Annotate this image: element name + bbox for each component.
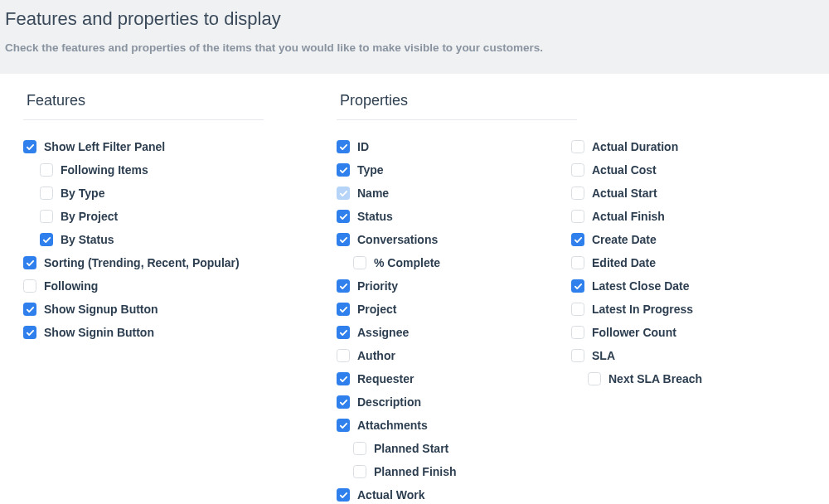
- checkbox-label[interactable]: Latest Close Date: [592, 279, 689, 293]
- checkbox-label[interactable]: Following: [44, 279, 98, 293]
- checkbox-follower-count[interactable]: [571, 326, 584, 339]
- checkbox-label[interactable]: Show Signin Button: [44, 326, 154, 339]
- checkbox-actual-duration[interactable]: [571, 140, 584, 153]
- checkbox-label[interactable]: Project: [357, 303, 396, 316]
- checkbox-label[interactable]: Next SLA Breach: [608, 372, 702, 385]
- properties-list-col1: IDTypeNameStatusConversations% CompleteP…: [337, 140, 571, 504]
- checkbox-next-sla-breach[interactable]: [588, 372, 601, 385]
- checkbox-following-items[interactable]: [40, 163, 53, 177]
- checkbox-attachments[interactable]: [337, 419, 350, 432]
- checkbox-status[interactable]: [337, 210, 350, 223]
- checkbox-row-by-type: By Type: [40, 187, 330, 200]
- checkbox-label[interactable]: Status: [357, 210, 393, 223]
- checkbox-show-left-filter-panel[interactable]: [23, 140, 36, 153]
- checkbox-row-id: ID: [337, 140, 571, 153]
- checkbox-row-planned-start: Planned Start: [353, 442, 571, 455]
- checkbox-planned-start[interactable]: [353, 442, 366, 455]
- checkbox-label[interactable]: Show Signup Button: [44, 303, 158, 316]
- checkbox-create-date[interactable]: [571, 233, 584, 246]
- checkbox-row-actual-work: Actual Work: [337, 488, 571, 502]
- checkbox-label[interactable]: By Status: [61, 233, 114, 246]
- checkbox-row-conversations: Conversations: [337, 233, 571, 246]
- checkbox-label[interactable]: Planned Finish: [374, 465, 457, 478]
- checkbox-label[interactable]: Actual Start: [592, 187, 657, 200]
- checkbox-label[interactable]: Following Items: [61, 163, 148, 177]
- checkbox-label[interactable]: Author: [357, 349, 395, 362]
- properties-column: Properties IDTypeNameStatusConversations…: [337, 87, 806, 504]
- checkbox-row-next-sla-breach: Next SLA Breach: [588, 372, 806, 385]
- checkbox-actual-work[interactable]: [337, 488, 350, 502]
- checkbox-row-edited-date: Edited Date: [571, 256, 806, 269]
- checkbox-label[interactable]: Actual Work: [357, 488, 424, 502]
- checkbox-by-type[interactable]: [40, 187, 53, 200]
- checkbox-row-following: Following: [23, 279, 330, 293]
- checkbox-planned-finish[interactable]: [353, 465, 366, 478]
- checkbox-row-show-signup-button: Show Signup Button: [23, 303, 330, 316]
- checkbox-row-actual-finish: Actual Finish: [571, 210, 806, 223]
- checkbox-row-author: Author: [337, 349, 571, 362]
- checkbox-by-status[interactable]: [40, 233, 53, 246]
- checkbox-row-show-signin-button: Show Signin Button: [23, 326, 330, 339]
- checkbox-assignee[interactable]: [337, 326, 350, 339]
- checkbox-label[interactable]: % Complete: [374, 256, 440, 269]
- checkbox-description[interactable]: [337, 395, 350, 409]
- checkbox-label[interactable]: By Type: [61, 187, 104, 200]
- checkbox-row-status: Status: [337, 210, 571, 223]
- settings-panel: Features Show Left Filter PanelFollowing…: [0, 74, 829, 504]
- checkbox-label[interactable]: Assignee: [357, 326, 409, 339]
- checkbox-conversations[interactable]: [337, 233, 350, 246]
- checkbox-label[interactable]: Type: [357, 163, 384, 177]
- checkbox-label[interactable]: Follower Count: [592, 326, 676, 339]
- checkbox-edited-date[interactable]: [571, 256, 584, 269]
- checkbox-latest-close-date[interactable]: [571, 279, 584, 293]
- checkbox-label[interactable]: Description: [357, 395, 421, 409]
- checkbox-label[interactable]: Actual Duration: [592, 140, 678, 153]
- checkbox-label[interactable]: Requester: [357, 372, 414, 385]
- checkbox-label[interactable]: Edited Date: [592, 256, 656, 269]
- checkbox-label[interactable]: By Project: [61, 210, 118, 223]
- checkbox-requester[interactable]: [337, 372, 350, 385]
- checkbox-row-sorting-trending-recent-popular: Sorting (Trending, Recent, Popular): [23, 256, 330, 269]
- checkbox-id[interactable]: [337, 140, 350, 153]
- checkbox-label[interactable]: Show Left Filter Panel: [44, 140, 165, 153]
- checkbox-project[interactable]: [337, 303, 350, 316]
- checkbox-label[interactable]: Attachments: [357, 419, 428, 432]
- checkbox-label[interactable]: Priority: [357, 279, 398, 293]
- checkbox-priority[interactable]: [337, 279, 350, 293]
- checkbox-label[interactable]: Actual Cost: [592, 163, 657, 177]
- checkbox-type[interactable]: [337, 163, 350, 177]
- checkbox-sla[interactable]: [571, 349, 584, 362]
- checkbox-show-signup-button[interactable]: [23, 303, 36, 316]
- checkbox-label[interactable]: SLA: [592, 349, 615, 362]
- checkbox-actual-start[interactable]: [571, 187, 584, 200]
- checkbox-row-requester: Requester: [337, 372, 571, 385]
- page-title: Features and properties to display: [5, 8, 824, 30]
- checkbox-by-project[interactable]: [40, 210, 53, 223]
- checkbox-latest-in-progress[interactable]: [571, 303, 584, 316]
- checkbox-label[interactable]: Create Date: [592, 233, 657, 246]
- checkbox-label[interactable]: Name: [357, 187, 389, 200]
- checkbox-actual-finish[interactable]: [571, 210, 584, 223]
- checkbox-row-latest-close-date: Latest Close Date: [571, 279, 806, 293]
- checkbox-show-signin-button[interactable]: [23, 326, 36, 339]
- checkbox-following[interactable]: [23, 279, 36, 293]
- checkbox-row-actual-duration: Actual Duration: [571, 140, 806, 153]
- checkbox-author[interactable]: [337, 349, 350, 362]
- checkbox-row-type: Type: [337, 163, 571, 177]
- checkbox-label[interactable]: Actual Finish: [592, 210, 665, 223]
- checkbox-actual-cost[interactable]: [571, 163, 584, 177]
- checkbox-label[interactable]: Planned Start: [374, 442, 448, 455]
- checkbox-row-planned-finish: Planned Finish: [353, 465, 571, 478]
- checkbox-label[interactable]: ID: [357, 140, 369, 153]
- checkbox-row-project: Project: [337, 303, 571, 316]
- checkbox-name[interactable]: [337, 187, 350, 200]
- checkbox-row-actual-start: Actual Start: [571, 187, 806, 200]
- checkbox-label[interactable]: Sorting (Trending, Recent, Popular): [44, 256, 240, 269]
- checkbox-row-attachments: Attachments: [337, 419, 571, 432]
- checkbox-row-follower-count: Follower Count: [571, 326, 806, 339]
- checkbox-sorting-trending-recent-popular[interactable]: [23, 256, 36, 269]
- checkbox-label[interactable]: Latest In Progress: [592, 303, 693, 316]
- checkbox-complete[interactable]: [353, 256, 366, 269]
- checkbox-row-by-status: By Status: [40, 233, 330, 246]
- checkbox-label[interactable]: Conversations: [357, 233, 438, 246]
